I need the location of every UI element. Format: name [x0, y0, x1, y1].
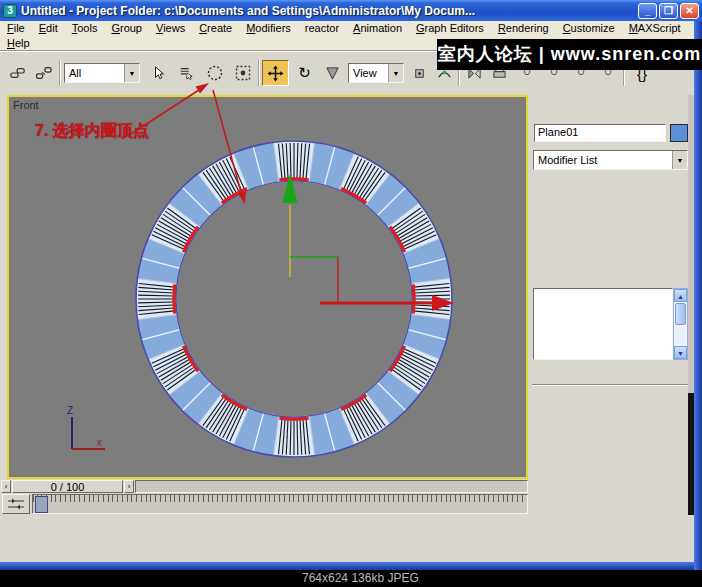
image-info-bar: 764x624 136kb JPEG [0, 570, 702, 587]
menu-item-views[interactable]: Views [149, 21, 192, 36]
menu-item-help[interactable]: Help [0, 36, 37, 51]
menu-item-rendering[interactable]: Rendering [491, 21, 556, 36]
time-slider-next-icon[interactable]: › [124, 480, 134, 493]
unlink-selection-button[interactable] [32, 60, 56, 86]
command-panel: Plane01 Modifier List ▼ ▲ ▼ [530, 95, 694, 562]
chevron-down-icon[interactable]: ▼ [124, 64, 139, 82]
menu-item-customize[interactable]: Customize [556, 21, 622, 36]
image-info-text: 764x624 136kb JPEG [302, 571, 419, 585]
menu-item-tools[interactable]: Tools [65, 21, 105, 36]
menu-item-reactor[interactable]: reactor [298, 21, 346, 36]
modifier-stack[interactable] [533, 288, 673, 360]
status-bar [0, 515, 702, 562]
viewport-canvas [9, 97, 526, 477]
watermark-banner: 室内人论坛 | www.snren.com [437, 39, 702, 70]
maximize-button[interactable]: ❐ [659, 3, 678, 19]
viewport-front[interactable]: Front 7. 选择内圈顶点 Z x [7, 95, 528, 479]
close-button[interactable]: ✕ [680, 3, 699, 19]
menu-item-graph-editors[interactable]: Graph Editors [409, 21, 491, 36]
stack-scrollbar[interactable]: ▲ ▼ [673, 288, 688, 360]
track-bar [0, 494, 528, 515]
chevron-down-icon[interactable]: ▼ [388, 64, 403, 82]
panel-divider [532, 384, 688, 386]
mini-curve-editor-button[interactable] [2, 494, 30, 514]
menu-item-group[interactable]: Group [104, 21, 149, 36]
track-bar-ticks [33, 495, 527, 502]
menu-item-modifiers[interactable]: Modifiers [239, 21, 298, 36]
world-axis-z-label: Z [67, 405, 73, 416]
window-crossing-toggle-button[interactable] [229, 60, 256, 86]
max-application-window: 3 Untitled - Project Folder: c:\Document… [0, 0, 702, 587]
selection-filter-dropdown[interactable]: All▼ [64, 63, 140, 83]
menu-row-1: FileEditToolsGroupViewsCreateModifiersre… [0, 21, 702, 36]
menu-item-file[interactable]: File [0, 21, 32, 36]
curve-editor-icon [6, 497, 26, 511]
scrollbar-thumb[interactable] [675, 303, 686, 325]
window-border-bottom [0, 562, 702, 570]
world-axis-x-label: x [97, 437, 102, 448]
app-logo-icon: 3 [3, 4, 17, 18]
window-title: Untitled - Project Folder: c:\Documents … [21, 4, 636, 18]
chevron-down-icon[interactable]: ▼ [672, 151, 687, 169]
menu-item-maxscript[interactable]: MAXScript [622, 21, 688, 36]
modifier-list-dropdown[interactable]: Modifier List ▼ [533, 150, 688, 170]
selection-filter-dropdown-value: All [65, 67, 124, 79]
select-object-button[interactable] [147, 60, 171, 86]
track-bar-ruler[interactable] [32, 494, 528, 514]
modifier-list-label: Modifier List [534, 154, 672, 166]
select-by-name-button[interactable] [174, 60, 198, 86]
object-name-field[interactable]: Plane01 [534, 124, 666, 142]
time-slider-row: ‹ 0 / 100 › [0, 480, 528, 494]
toolbar-separator [258, 60, 260, 86]
menu-item-create[interactable]: Create [192, 21, 239, 36]
menu-item-edit[interactable]: Edit [32, 21, 65, 36]
select-and-scale-button[interactable] [319, 60, 346, 86]
reference-coordinate-dropdown-value: View [349, 67, 388, 79]
reference-coordinate-dropdown[interactable]: View▼ [348, 63, 404, 83]
minimize-button[interactable]: _ [638, 3, 657, 19]
time-slider-track[interactable] [135, 480, 528, 493]
time-slider-prev-icon[interactable]: ‹ [1, 480, 11, 493]
title-bar: 3 Untitled - Project Folder: c:\Document… [0, 0, 702, 21]
scroll-up-icon[interactable]: ▲ [674, 289, 687, 302]
annotation-text: 7. 选择内圈顶点 [35, 121, 149, 142]
window-border-right [694, 21, 702, 570]
select-and-move-button[interactable] [262, 60, 289, 86]
scroll-down-icon[interactable]: ▼ [674, 346, 687, 359]
circular-selection-region-button[interactable] [201, 60, 228, 86]
use-pivot-center-button[interactable] [407, 60, 431, 86]
time-slider-handle[interactable]: 0 / 100 [12, 480, 123, 493]
object-color-swatch[interactable] [670, 124, 688, 142]
current-frame-indicator[interactable] [35, 496, 48, 513]
toolbar-separator [59, 60, 61, 86]
viewport-label[interactable]: Front [13, 99, 39, 111]
menu-item-animation[interactable]: Animation [346, 21, 409, 36]
select-and-link-button[interactable] [6, 60, 30, 86]
select-and-rotate-button[interactable]: ↻ [291, 60, 318, 86]
